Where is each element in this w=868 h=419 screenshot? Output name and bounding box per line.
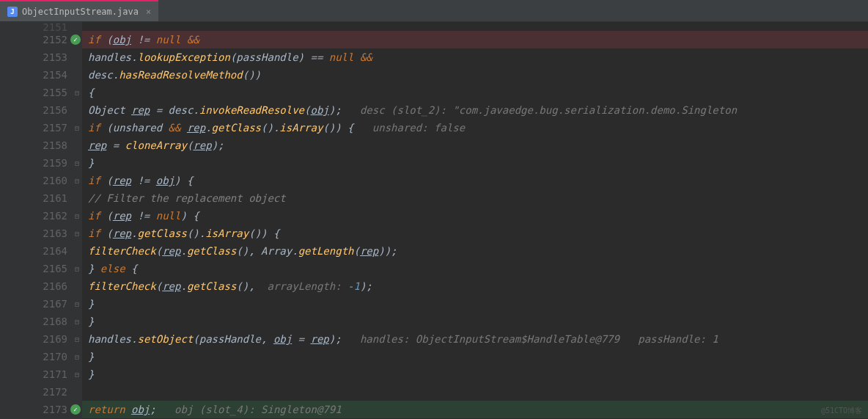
var: desc [88,69,113,81]
editor: 21512152✓215321542155⊟21562157⊟21582159⊟… [0,22,868,419]
line-number: 2157⊟ [0,119,82,136]
code-line: if (rep != obj) { [82,172,868,189]
fold-icon[interactable]: ⊟ [75,89,79,97]
code-line: filterCheck(rep.getClass(), arrayLength:… [82,277,868,295]
breakpoint-check-icon[interactable]: ✓ [70,404,81,415]
line-number: 2160⊟ [0,172,82,189]
line-number: 2153 [0,48,82,66]
keyword: else [100,263,125,274]
code-line: { [82,84,868,101]
keyword: if [88,227,100,239]
line-number: 2161 [0,189,82,207]
var-obj: obj [131,404,150,415]
fold-icon[interactable]: ⊟ [75,159,79,167]
line-number: 2166 [0,277,82,295]
keyword: return [88,404,125,415]
var-rep: rep [113,227,131,239]
null-kw: null [156,210,181,222]
fold-icon[interactable]: ⊟ [75,371,79,379]
var-rep: rep [113,210,131,222]
var-rep: rep [162,245,180,257]
op: && [169,122,181,134]
line-number: 2164 [0,242,82,260]
fold-icon[interactable]: ⊟ [75,353,79,361]
null-kw: null [156,34,181,45]
line-number: 2158 [0,136,82,154]
inline-hint: desc (slot_2): "com.javaedge.bug.seriali… [360,104,737,116]
inline-hint: unshared: false [372,122,465,134]
watermark: @51CTO博客 [821,406,862,416]
fold-icon[interactable]: ⊟ [75,230,79,238]
java-file-icon: J [7,7,18,17]
method: filterCheck [88,245,156,257]
var-rep: rep [162,280,180,292]
inline-hint: handles: ObjectInputStream$HandleTable@7… [360,333,718,345]
fold-icon[interactable]: ⊟ [75,300,79,308]
var-rep: rep [360,245,378,257]
code-line: } else { [82,260,868,277]
method: hasReadResolveMethod [119,69,243,81]
file-tab[interactable]: J ObjectInputStream.java × [0,0,158,21]
code-area[interactable]: if (obj != null && handles.lookupExcepti… [82,22,868,419]
method: setObject [137,333,193,345]
breakpoint-check-icon[interactable]: ✓ [70,34,81,45]
line-number: 2169⊟ [0,330,82,348]
code-line: rep = cloneArray(rep); [82,136,868,154]
code-line: // Filter the replacement object [82,189,868,207]
code-line [82,383,868,401]
null-kw: null [329,51,354,63]
method: invokeReadResolve [199,104,304,116]
var-obj: obj [310,104,328,116]
keyword: if [88,34,100,45]
var-rep: rep [187,122,205,134]
inline-hint: arrayLength: [267,280,341,292]
method: lookupException [137,51,229,63]
var-rep: rep [113,175,131,186]
var-rep: rep [193,139,211,151]
method: getClass [212,122,261,134]
var-obj: obj [113,34,131,45]
method: cloneArray [125,139,187,151]
line-number: 2171⊟ [0,365,82,383]
gutter: 21512152✓215321542155⊟21562157⊟21582159⊟… [0,22,82,419]
fold-icon[interactable]: ⊟ [75,177,79,185]
code-line: } [82,365,868,383]
code-line: if (obj != null && [82,31,868,48]
line-number: 2162⊟ [0,207,82,225]
method: getLength [298,245,354,257]
var-rep: rep [310,333,328,345]
keyword: if [88,122,100,134]
tab-bar: J ObjectInputStream.java × [0,0,868,22]
line-number: 2155⊟ [0,84,82,101]
method: filterCheck [88,280,156,292]
code-line: if (unshared && rep.getClass().isArray()… [82,119,868,136]
fold-icon[interactable]: ⊟ [75,265,79,273]
var-obj: obj [156,175,174,186]
method: getClass [137,227,186,239]
var-rep: rep [88,139,106,151]
code-line: if (rep.getClass().isArray()) { [82,225,868,242]
comment: // Filter the replacement object [88,192,286,204]
line-number: 2156 [0,101,82,119]
fold-icon[interactable]: ⊟ [75,335,79,343]
line-number: 2172 [0,383,82,401]
close-icon[interactable]: × [146,7,151,17]
fold-icon[interactable]: ⊟ [75,124,79,132]
var-obj: obj [273,333,292,345]
op: && [187,34,199,45]
method: getClass [187,245,236,257]
line-number: 2165⊟ [0,260,82,277]
code-line: handles.setObject(passHandle, obj = rep)… [82,330,868,348]
fold-icon[interactable]: ⊟ [75,318,79,326]
code-line: handles.lookupException(passHandle) == n… [82,48,868,66]
code-line: } [82,154,868,172]
line-number: 2167⊟ [0,295,82,313]
type: Object [88,104,125,116]
line-number: 2151 [0,23,82,31]
code-line: desc.hasReadResolveMethod()) [82,66,868,84]
line-number: 2159⊟ [0,154,82,172]
fold-icon[interactable]: ⊟ [75,212,79,220]
code-line: if (rep != null) { [82,207,868,225]
code-line: } [82,295,868,313]
line-number: 2152✓ [0,31,82,48]
